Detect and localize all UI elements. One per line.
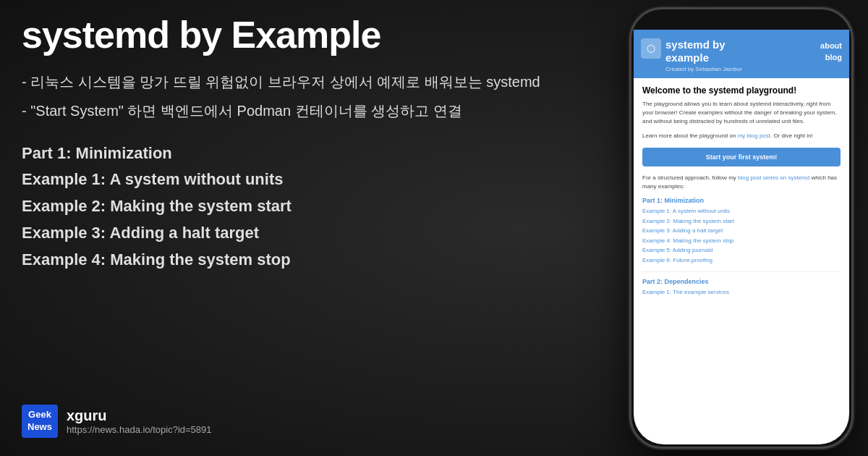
list-item: Example 6: Future-proofing (642, 256, 841, 266)
example-3: Example 3: Adding a halt target (22, 221, 615, 245)
list-item: Example 1: A system without units (642, 206, 841, 216)
list-item: Example 3: Adding a halt target (642, 226, 841, 236)
list-item: Example 5: Adding journald (642, 245, 841, 256)
site-part2-label: Part 2: Dependencies (642, 278, 841, 285)
site-learn-text: Learn more about the playground on my bl… (642, 132, 841, 140)
subtitle-line1: - 리눅스 시스템을 망가 뜨릴 위험없이 브라우저 상에서 예제로 배워보는 … (22, 70, 615, 93)
site-examples-list: Example 1: A system without units Exampl… (642, 206, 841, 266)
site-logo-icon: ⬡ (641, 38, 661, 59)
list-item: Example 2: Making the system start (642, 216, 841, 227)
blog-post-link[interactable]: my blog post (738, 132, 770, 139)
example-1: Example 1: A system without units (22, 167, 615, 191)
part-label: Part 1: Minimization (22, 144, 615, 163)
site-title-block: systemd by example Created by Sebastian … (665, 38, 742, 72)
subtitle-line2: - "Start System" 하면 백엔드에서 Podman 컨테이너를 생… (22, 99, 615, 122)
site-title: systemd by example (665, 38, 742, 64)
badge-url: https://news.hada.io/topic?id=5891 (67, 424, 212, 435)
examples-block: Part 1: Minimization Example 1: A system… (22, 144, 615, 271)
site-divider (642, 271, 841, 272)
example-2: Example 2: Making the system start (22, 194, 615, 218)
phone-frame: ⬡ systemd by example Created by Sebastia… (629, 7, 854, 449)
list-item: Example 4: Making the system stop (642, 236, 841, 246)
series-link[interactable]: blog post series on systemd (738, 174, 809, 181)
site-nav: about blog (820, 38, 842, 62)
phone-mockup: ⬡ systemd by example Created by Sebastia… (629, 7, 854, 449)
phone-screen: ⬡ systemd by example Created by Sebastia… (634, 30, 849, 444)
series-text: For a structured approach, follow my blo… (642, 174, 841, 191)
phone-notch (698, 9, 785, 30)
site-logo-area: ⬡ systemd by example Created by Sebastia… (641, 38, 742, 72)
site-body: Welcome to the systemd playground! The p… (634, 78, 849, 304)
page-title: systemd by Example (22, 14, 615, 56)
site-description: The playground allows you to learn about… (642, 100, 841, 126)
site-part1-label: Part 1: Minimization (642, 197, 841, 204)
badge-username: xguru (67, 408, 212, 424)
site-welcome-title: Welcome to the systemd playground! (642, 85, 841, 96)
left-panel: systemd by Example - 리눅스 시스템을 망가 뜨릴 위험없이… (22, 14, 615, 274)
example-4: Example 4: Making the system stop (22, 248, 615, 271)
site-tagline: Created by Sebastian Jambor (665, 66, 742, 72)
geek-news-badge: Geek News (22, 405, 58, 438)
list-item: Example 1: The example services (642, 287, 841, 297)
subtitle-block: - 리눅스 시스템을 망가 뜨릴 위험없이 브라우저 상에서 예제로 배워보는 … (22, 70, 615, 122)
nav-blog[interactable]: blog (825, 51, 842, 62)
nav-about[interactable]: about (820, 40, 842, 50)
site-part2-examples: Example 1: The example services (642, 287, 841, 297)
start-system-button[interactable]: Start your first system! (642, 148, 841, 166)
site-header: ⬡ systemd by example Created by Sebastia… (634, 30, 849, 78)
badge-info: xguru https://news.hada.io/topic?id=5891 (67, 408, 212, 435)
source-badge: Geek News xguru https://news.hada.io/top… (22, 405, 212, 438)
